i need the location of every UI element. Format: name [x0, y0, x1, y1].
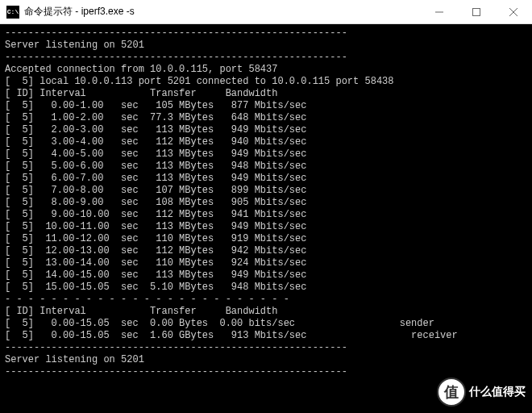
- window-title: 命令提示符 - iperf3.exe -s: [24, 5, 421, 19]
- minimize-icon: [435, 8, 443, 16]
- maximize-button[interactable]: [458, 0, 495, 23]
- titlebar: C:\ 命令提示符 - iperf3.exe -s: [0, 0, 532, 24]
- close-icon: [509, 8, 517, 16]
- watermark: 值 什么值得买: [437, 378, 526, 407]
- maximize-icon: [472, 8, 480, 16]
- svg-rect-1: [473, 8, 480, 15]
- window-controls: [421, 0, 532, 23]
- watermark-logo-icon: 值: [437, 378, 466, 407]
- terminal-output[interactable]: ----------------------------------------…: [0, 24, 532, 413]
- minimize-button[interactable]: [421, 0, 458, 23]
- close-button[interactable]: [495, 0, 532, 23]
- window: C:\ 命令提示符 - iperf3.exe -s --------------…: [0, 0, 532, 413]
- cmd-icon: C:\: [6, 6, 19, 19]
- watermark-text: 什么值得买: [469, 385, 526, 399]
